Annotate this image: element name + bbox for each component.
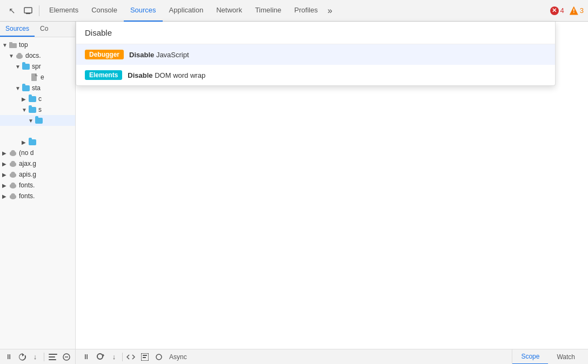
- tree-item-e[interactable]: e: [0, 72, 75, 83]
- sidebar-tab-content[interactable]: Co: [35, 22, 54, 37]
- deactivate-breakpoints-button[interactable]: [153, 351, 165, 363]
- elements-tag: Elements: [85, 70, 122, 80]
- tab-timeline[interactable]: Timeline: [249, 0, 288, 22]
- tree-arrow-nod: ▶: [2, 150, 9, 156]
- tree-item-top[interactable]: ▼ top: [0, 39, 75, 50]
- tree-item-sub2[interactable]: ▶: [0, 137, 75, 147]
- format-source-button[interactable]: [125, 351, 137, 363]
- toolbar-divider2: [44, 353, 44, 361]
- svg-rect-38: [143, 357, 146, 358]
- tree-item-sta[interactable]: ▼ sta: [0, 83, 75, 93]
- tree-arrow-c: ▶: [22, 96, 28, 102]
- tab-sources[interactable]: Sources: [124, 0, 163, 22]
- folder-icon-sub2: [28, 138, 37, 146]
- tree-item-s[interactable]: ▼ s: [0, 104, 75, 115]
- tree-label-fonts1: fonts.: [19, 181, 35, 189]
- folder-icon-sub: [35, 116, 43, 125]
- tree-label-top: top: [19, 41, 28, 49]
- tree-item-fonts2[interactable]: ▶ fonts.: [0, 191, 75, 201]
- tree-arrow-fonts2: ▶: [2, 193, 9, 199]
- warning-count-badge: ! 3: [570, 6, 584, 15]
- tree-label-sta: sta: [32, 84, 41, 92]
- cloud-icon-fonts2: [9, 192, 17, 200]
- tree-arrow-ajax: ▶: [2, 161, 9, 167]
- tree-arrow-sta: ▼: [15, 85, 22, 91]
- sidebar: Sources Co ▼ top ▼ docs.: [0, 22, 76, 364]
- download-button[interactable]: ↓: [30, 351, 41, 363]
- svg-point-17: [11, 161, 15, 165]
- tree-arrow-top: ▼: [2, 42, 9, 48]
- tab-network[interactable]: Network: [210, 0, 249, 22]
- svg-point-25: [11, 183, 15, 187]
- command-dropdown: Disable Debugger Disable JavaScript Elem…: [76, 22, 556, 86]
- folder-icon-spr: [22, 62, 30, 71]
- command-item-debugger-js[interactable]: Debugger Disable JavaScript: [76, 44, 555, 65]
- tree-item-c[interactable]: ▶ c: [0, 93, 75, 104]
- more-tabs-button[interactable]: »: [324, 0, 336, 22]
- svg-rect-0: [24, 8, 32, 13]
- tree-item-sub[interactable]: ▼: [0, 115, 75, 126]
- tree-item-docs[interactable]: ▼ docs.: [0, 50, 75, 61]
- svg-point-7: [17, 53, 22, 57]
- async-label: Async: [169, 353, 187, 361]
- svg-rect-32: [49, 356, 55, 358]
- svg-point-29: [11, 193, 15, 198]
- tree-label-c: c: [38, 95, 42, 103]
- breakpoints-button[interactable]: [61, 351, 72, 363]
- devtools-toolbar: ↖ Elements Console Sources Application N…: [0, 0, 588, 22]
- step-over-button[interactable]: [94, 351, 106, 363]
- debugger-tag: Debugger: [85, 50, 124, 59]
- tree-arrow-sub: ▼: [28, 118, 35, 124]
- step-into-button[interactable]: ↓: [108, 351, 120, 363]
- scope-watch-tabs: Scope Watch: [512, 349, 584, 365]
- tree-label-apis: apis.g: [19, 171, 36, 178]
- watch-tab[interactable]: Watch: [548, 349, 584, 365]
- tab-profiles[interactable]: Profiles: [288, 0, 324, 22]
- tab-elements[interactable]: Elements: [43, 0, 85, 22]
- folder-icon-sta: [22, 84, 30, 92]
- command-item-elements-dom[interactable]: Elements Disable DOM word wrap: [76, 65, 555, 85]
- tree-item-apis[interactable]: ▶ apis.g: [0, 169, 75, 180]
- tree-item-spr[interactable]: ▼ spr: [0, 61, 75, 72]
- device-mode-button[interactable]: [21, 3, 36, 18]
- right-bottom-toolbar: ⏸ ↓ Async Scope Watch: [76, 349, 588, 364]
- tree-item-fonts1[interactable]: ▶ fonts.: [0, 180, 75, 191]
- svg-rect-1: [26, 13, 30, 14]
- svg-marker-30: [22, 353, 24, 356]
- command-text-debugger-js: Disable JavaScript: [129, 51, 189, 59]
- svg-point-13: [11, 150, 15, 154]
- file-icon-e: [30, 73, 39, 82]
- error-badge-area: ✕ 4 ! 3: [550, 6, 584, 15]
- tree-item-ajax[interactable]: ▶ ajax.g: [0, 158, 75, 169]
- tree-label-ajax: ajax.g: [19, 160, 36, 167]
- cloud-icon-ajax: [9, 159, 17, 168]
- tree-arrow-spr: ▼: [15, 64, 22, 70]
- command-search-box: Disable: [76, 22, 555, 44]
- svg-rect-3: [9, 42, 12, 44]
- pause-debug-button[interactable]: ⏸: [80, 351, 92, 363]
- tab-application[interactable]: Application: [163, 0, 210, 22]
- tree-item-nod[interactable]: ▶ (no d: [0, 147, 75, 158]
- folder-icon-c: [28, 95, 37, 103]
- file-tree: ▼ top ▼ docs. ▼ spr: [0, 37, 75, 349]
- sidebar-tabs: Sources Co: [0, 22, 75, 37]
- right-area: Disable Debugger Disable JavaScript Elem…: [76, 22, 588, 364]
- sidebar-bottom-toolbar: ⏸ ↓: [0, 349, 75, 364]
- divider3: [122, 353, 123, 361]
- scope-tab[interactable]: Scope: [512, 349, 548, 365]
- cloud-icon-nod: [9, 149, 17, 157]
- tree-label-fonts2: fonts.: [19, 192, 35, 200]
- tab-console[interactable]: Console: [85, 0, 124, 22]
- snippets-button[interactable]: [139, 351, 151, 363]
- format-button[interactable]: [48, 351, 58, 363]
- reload-button[interactable]: [16, 351, 27, 363]
- tree-label-nod: (no d: [19, 149, 34, 157]
- sidebar-tab-sources[interactable]: Sources: [0, 22, 35, 37]
- error-count-badge: ✕ 4: [550, 6, 564, 15]
- search-text: Disable: [85, 28, 112, 37]
- pause-button[interactable]: ⏸: [3, 351, 14, 363]
- cloud-icon-fonts1: [9, 181, 17, 190]
- warning-icon: !: [570, 6, 578, 15]
- cursor-tool-button[interactable]: ↖: [4, 3, 19, 18]
- tree-arrow-docs: ▼: [9, 53, 15, 59]
